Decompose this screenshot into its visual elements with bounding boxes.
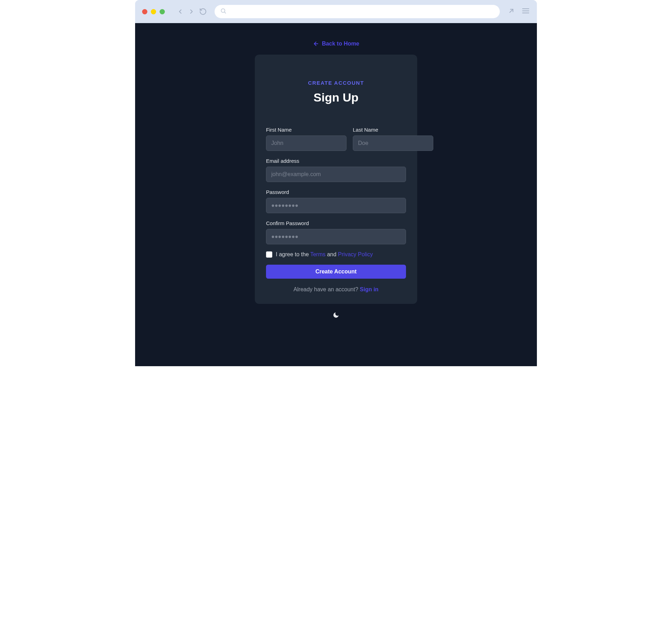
first-name-group: First Name: [266, 127, 346, 151]
email-input[interactable]: [266, 167, 406, 182]
page-title: Sign Up: [266, 91, 406, 104]
search-icon: [220, 8, 226, 15]
window-close-button[interactable]: [142, 9, 147, 14]
content-area: Back to Home CREATE ACCOUNT Sign Up Firs…: [135, 23, 537, 366]
theme-toggle[interactable]: [332, 312, 340, 319]
menu-icon[interactable]: [522, 7, 530, 16]
expand-icon[interactable]: [507, 7, 515, 16]
svg-line-1: [224, 12, 225, 13]
nav-controls: [177, 8, 207, 15]
browser-window: Back to Home CREATE ACCOUNT Sign Up Firs…: [135, 0, 537, 366]
confirm-password-input[interactable]: [266, 229, 406, 244]
create-account-button[interactable]: Create Account: [266, 265, 406, 279]
password-group: Password: [266, 189, 406, 213]
last-name-input[interactable]: [353, 135, 433, 151]
back-to-home-label: Back to Home: [322, 41, 359, 47]
last-name-label: Last Name: [353, 127, 433, 133]
arrow-left-icon: [313, 41, 319, 47]
forward-icon[interactable]: [188, 8, 195, 15]
agree-prefix: I agree to the: [276, 251, 310, 257]
signup-card: CREATE ACCOUNT Sign Up First Name Last N…: [255, 55, 417, 304]
password-input[interactable]: [266, 198, 406, 213]
confirm-password-group: Confirm Password: [266, 220, 406, 244]
kicker: CREATE ACCOUNT: [266, 80, 406, 86]
traffic-lights: [142, 9, 165, 14]
confirm-password-label: Confirm Password: [266, 220, 406, 226]
back-to-home-link[interactable]: Back to Home: [313, 41, 359, 47]
right-controls: [507, 7, 530, 16]
password-label: Password: [266, 189, 406, 195]
browser-chrome: [135, 0, 537, 23]
email-label: Email address: [266, 158, 406, 164]
first-name-input[interactable]: [266, 135, 346, 151]
window-maximize-button[interactable]: [160, 9, 165, 14]
moon-icon: [332, 312, 340, 319]
privacy-link[interactable]: Privacy Policy: [338, 251, 373, 257]
email-group: Email address: [266, 158, 406, 182]
reload-icon[interactable]: [199, 8, 207, 15]
sign-in-link[interactable]: Sign in: [360, 286, 378, 292]
url-bar[interactable]: [215, 5, 500, 18]
name-row: First Name Last Name: [266, 127, 406, 151]
last-name-group: Last Name: [353, 127, 433, 151]
footer-text: Already have an account? Sign in: [266, 286, 406, 293]
agree-middle: and: [326, 251, 338, 257]
svg-line-2: [510, 9, 513, 12]
back-icon[interactable]: [177, 8, 184, 15]
footer-prompt: Already have an account?: [294, 286, 360, 292]
agree-checkbox[interactable]: [266, 251, 272, 258]
first-name-label: First Name: [266, 127, 346, 133]
agree-row: I agree to the Terms and Privacy Policy: [266, 251, 406, 258]
agree-text: I agree to the Terms and Privacy Policy: [276, 251, 373, 258]
window-minimize-button[interactable]: [151, 9, 156, 14]
terms-link[interactable]: Terms: [310, 251, 326, 257]
